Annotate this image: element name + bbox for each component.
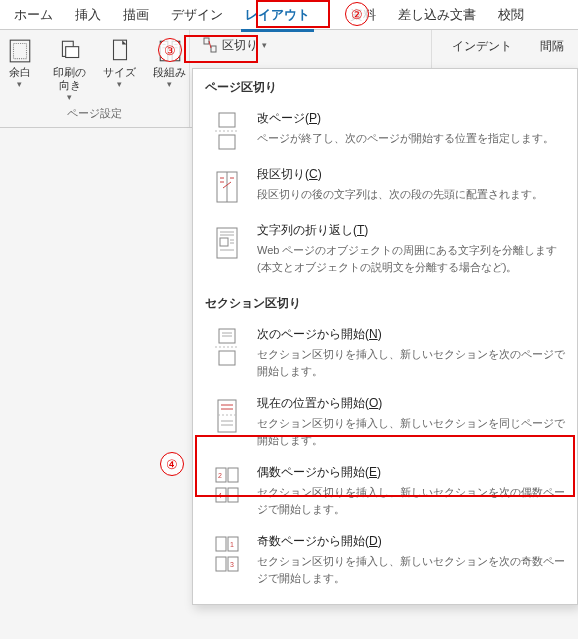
chevron-down-icon: ▾ bbox=[67, 92, 72, 103]
svg-rect-45 bbox=[216, 537, 226, 551]
svg-rect-44 bbox=[228, 488, 238, 502]
tab-draw[interactable]: 描画 bbox=[113, 2, 159, 28]
columns-label: 段組み bbox=[153, 66, 186, 79]
dd-desc: Web ページのオブジェクトの周囲にある文字列を分離します (本文とオブジェクト… bbox=[257, 242, 565, 275]
columns-icon bbox=[157, 38, 183, 64]
dd-item-column-break[interactable]: 段区切り(C) 段区切りの後の文字列は、次の段の先頭に配置されます。 bbox=[193, 160, 577, 216]
svg-rect-13 bbox=[219, 113, 235, 127]
group-page-setup-label: ページ設定 bbox=[67, 106, 122, 121]
breaks-label: 区切り bbox=[222, 37, 258, 54]
svg-rect-11 bbox=[204, 38, 209, 44]
tab-references[interactable]: 資料 bbox=[322, 2, 386, 28]
svg-text:1: 1 bbox=[230, 541, 234, 548]
dd-section-page-breaks: ページ区切り bbox=[193, 69, 577, 104]
tab-review[interactable]: 校閲 bbox=[488, 2, 534, 28]
dd-desc: セクション区切りを挿入し、新しいセクションを同じページで開始します。 bbox=[257, 415, 565, 448]
breaks-button[interactable]: 区切り ▾ bbox=[196, 34, 273, 56]
svg-text:4: 4 bbox=[218, 492, 222, 499]
dd-section-section-breaks: セクション区切り bbox=[193, 285, 577, 320]
size-button[interactable]: サイズ ▾ bbox=[99, 34, 141, 90]
tab-layout[interactable]: レイアウト bbox=[235, 2, 320, 28]
svg-rect-41 bbox=[228, 468, 238, 482]
annotation-circle-4: ④ bbox=[160, 452, 184, 476]
chevron-down-icon: ▾ bbox=[117, 79, 122, 90]
tab-mailings[interactable]: 差し込み文書 bbox=[388, 2, 486, 28]
dd-item-next-page[interactable]: 次のページから開始(N) セクション区切りを挿入し、新しいセクションを次のページ… bbox=[193, 320, 577, 389]
dd-title: 偶数ページから開始(E) bbox=[257, 464, 565, 481]
svg-rect-3 bbox=[65, 47, 78, 58]
chevron-down-icon: ▾ bbox=[262, 40, 267, 50]
dd-item-text-wrap[interactable]: 文字列の折り返し(T) Web ページのオブジェクトの周囲にある文字列を分離しま… bbox=[193, 216, 577, 285]
dd-desc: 段区切りの後の文字列は、次の段の先頭に配置されます。 bbox=[257, 186, 565, 203]
page-break-icon bbox=[211, 112, 243, 150]
text-wrap-icon bbox=[211, 224, 243, 262]
group-page-setup: 余白 ▾ 印刷の 向き ▾ サイズ ▾ 段組み ▾ ページ設定 bbox=[0, 30, 190, 127]
svg-rect-48 bbox=[216, 557, 226, 571]
margins-button[interactable]: 余白 ▾ bbox=[0, 34, 41, 90]
breaks-dropdown: ページ区切り 改ページ(P) ページが終了し、次のページが開始する位置を指定しま… bbox=[192, 68, 578, 605]
column-break-icon bbox=[211, 168, 243, 206]
dd-desc: ページが終了し、次のページが開始する位置を指定します。 bbox=[257, 130, 565, 147]
orientation-button[interactable]: 印刷の 向き ▾ bbox=[49, 34, 91, 103]
size-icon bbox=[107, 38, 133, 64]
dd-title: 次のページから開始(N) bbox=[257, 326, 565, 343]
columns-button[interactable]: 段組み ▾ bbox=[149, 34, 191, 90]
chevron-down-icon: ▾ bbox=[167, 79, 172, 90]
spacing-label: 間隔 bbox=[532, 34, 572, 59]
chevron-down-icon: ▾ bbox=[17, 79, 22, 90]
ribbon-tabs: ホーム 挿入 描画 デザイン レイアウト 資料 差し込み文書 校閲 bbox=[0, 0, 578, 30]
tab-home[interactable]: ホーム bbox=[4, 2, 63, 28]
tab-insert[interactable]: 挿入 bbox=[65, 2, 111, 28]
dd-item-even-page[interactable]: 24 偶数ページから開始(E) セクション区切りを挿入し、新しいセクションを次の… bbox=[193, 458, 577, 527]
dd-item-page-break[interactable]: 改ページ(P) ページが終了し、次のページが開始する位置を指定します。 bbox=[193, 104, 577, 160]
margins-label: 余白 bbox=[9, 66, 31, 79]
margins-icon bbox=[7, 38, 33, 64]
dd-desc: セクション区切りを挿入し、新しいセクションを次のページで開始します。 bbox=[257, 346, 565, 379]
svg-rect-22 bbox=[220, 238, 228, 246]
dd-title: 改ページ(P) bbox=[257, 110, 565, 127]
svg-rect-14 bbox=[219, 135, 235, 149]
dd-desc: セクション区切りを挿入し、新しいセクションを次の偶数ページで開始します。 bbox=[257, 484, 565, 517]
breaks-icon bbox=[202, 37, 218, 53]
dd-title: 現在の位置から開始(O) bbox=[257, 395, 565, 412]
size-label: サイズ bbox=[103, 66, 136, 79]
svg-rect-29 bbox=[219, 351, 235, 365]
dd-item-continuous[interactable]: 現在の位置から開始(O) セクション区切りを挿入し、新しいセクションを同じページ… bbox=[193, 389, 577, 458]
dd-title: 段区切り(C) bbox=[257, 166, 565, 183]
svg-rect-12 bbox=[211, 46, 216, 52]
svg-text:2: 2 bbox=[218, 472, 222, 479]
orientation-icon bbox=[57, 38, 83, 64]
svg-text:3: 3 bbox=[230, 561, 234, 568]
dd-title: 奇数ページから開始(D) bbox=[257, 533, 565, 550]
orientation-label: 印刷の 向き bbox=[53, 66, 86, 92]
tab-design[interactable]: デザイン bbox=[161, 2, 233, 28]
odd-page-icon: 13 bbox=[211, 535, 243, 573]
dd-item-odd-page[interactable]: 13 奇数ページから開始(D) セクション区切りを挿入し、新しいセクションを次の… bbox=[193, 527, 577, 596]
next-page-icon bbox=[211, 328, 243, 366]
continuous-icon bbox=[211, 397, 243, 435]
dd-title: 文字列の折り返し(T) bbox=[257, 222, 565, 239]
indent-label: インデント bbox=[444, 34, 520, 59]
even-page-icon: 24 bbox=[211, 466, 243, 504]
svg-rect-1 bbox=[13, 43, 26, 58]
dd-desc: セクション区切りを挿入し、新しいセクションを次の奇数ページで開始します。 bbox=[257, 553, 565, 586]
